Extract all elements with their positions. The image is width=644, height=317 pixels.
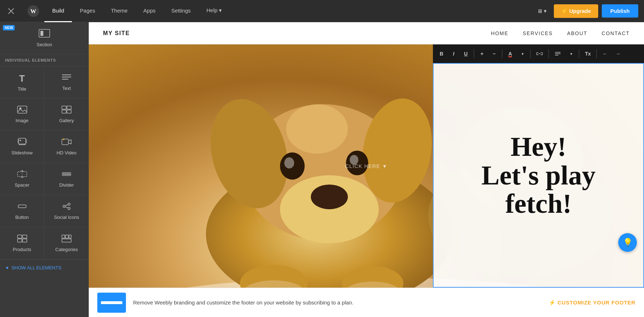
tab-pages[interactable]: Pages	[72, 0, 103, 22]
help-bubble-button[interactable]: 💡	[618, 233, 637, 252]
element-slideshow[interactable]: Slideshow	[0, 131, 44, 163]
element-text[interactable]: Text	[44, 66, 89, 99]
svg-rect-39	[69, 235, 71, 238]
divider-icon	[62, 170, 72, 180]
svg-line-31	[65, 205, 68, 206]
underline-button[interactable]: U	[460, 48, 472, 59]
footer-preview-inner	[101, 301, 122, 304]
element-gallery-label: Gallery	[59, 118, 74, 123]
tab-help[interactable]: Help ▾	[199, 0, 230, 22]
slideshow-icon	[17, 138, 27, 148]
align-button[interactable]	[551, 48, 565, 59]
tab-build[interactable]: Build	[44, 0, 72, 22]
new-badge: NEW	[3, 25, 15, 30]
canvas-area: MY SITE HOME SERVICES ABOUT CONTACT	[89, 22, 644, 317]
show-all-elements-button[interactable]: ▼ SHOW ALL ELEMENTS	[0, 260, 89, 275]
undo-button[interactable]: ←	[599, 48, 611, 59]
title-icon: T	[19, 73, 25, 84]
nav-tabs: Build Pages Theme Apps Settings Help ▾	[44, 0, 533, 22]
svg-text:W: W	[30, 8, 36, 15]
elements-grid: T Title Text	[0, 66, 89, 260]
element-hdvideo[interactable]: HD Video	[44, 131, 89, 163]
svg-point-57	[286, 104, 348, 154]
sidebar: NEW Section INDIVIDUAL ELEMENTS T Title	[0, 22, 89, 317]
top-nav: W Build Pages Theme Apps Settings Help ▾…	[0, 0, 644, 22]
svg-rect-16	[18, 139, 19, 143]
svg-point-28	[63, 205, 65, 207]
element-slideshow-label: Slideshow	[11, 150, 33, 155]
svg-line-32	[65, 207, 68, 208]
button-icon	[17, 202, 27, 212]
svg-rect-38	[65, 235, 68, 238]
element-image[interactable]: Image	[0, 99, 44, 131]
hdvideo-icon	[62, 138, 72, 148]
align-dropdown[interactable]: ▾	[565, 48, 577, 59]
nav-right: 🖥 ▾ ⚡ Upgrade Publish	[533, 4, 638, 18]
bold-button[interactable]: B	[436, 48, 447, 59]
svg-rect-40	[62, 239, 71, 242]
element-categories-label: Categories	[55, 247, 78, 252]
image-icon	[17, 106, 27, 116]
svg-rect-11	[62, 106, 66, 109]
text-formatting-toolbar: B I U + − A ▾	[433, 44, 644, 63]
lightbulb-icon: 💡	[623, 238, 633, 247]
element-social-icons[interactable]: Social Icons	[44, 195, 89, 227]
categories-icon	[62, 235, 72, 245]
customize-footer-button[interactable]: ⚡ CUSTOMIZE YOUR FOOTER	[549, 299, 635, 306]
text-editor-overlay: B I U + − A ▾	[433, 44, 644, 288]
element-text-label: Text	[62, 86, 71, 91]
clear-format-button[interactable]: Tx	[581, 48, 594, 59]
site-preview: MY SITE HOME SERVICES ABOUT CONTACT	[89, 22, 644, 317]
element-gallery[interactable]: Gallery	[44, 99, 89, 131]
link-button[interactable]	[533, 48, 546, 59]
text-content-area[interactable]: Hey! Let's play fetch!	[433, 63, 644, 288]
svg-rect-35	[18, 239, 22, 242]
svg-rect-36	[23, 239, 27, 242]
weebly-logo: W	[22, 0, 44, 22]
separator-5	[579, 49, 579, 58]
hero-line3: fetch!	[505, 188, 572, 218]
chevron-down-icon: ▼	[5, 265, 9, 270]
hero-line2: Let's play	[482, 160, 596, 190]
color-dropdown[interactable]: ▾	[517, 48, 528, 59]
element-title[interactable]: T Title	[0, 66, 44, 99]
svg-point-18	[20, 140, 21, 141]
section-label: Section	[36, 42, 52, 47]
redo-button[interactable]: →	[612, 48, 624, 59]
element-divider[interactable]: Divider	[44, 163, 89, 195]
separator-4	[548, 49, 549, 58]
increase-font-button[interactable]: +	[476, 48, 488, 59]
svg-rect-27	[18, 205, 26, 208]
svg-rect-14	[67, 110, 71, 113]
show-all-label: SHOW ALL ELEMENTS	[11, 265, 62, 270]
section-element[interactable]: NEW Section	[0, 22, 89, 54]
close-button[interactable]	[0, 0, 22, 22]
products-icon	[17, 235, 27, 245]
element-spacer[interactable]: Spacer	[0, 163, 44, 195]
separator-2	[502, 49, 502, 58]
footer-preview-image	[97, 293, 126, 313]
gallery-icon	[62, 106, 72, 116]
site-navigation: HOME SERVICES ABOUT CONTACT	[491, 30, 630, 36]
tab-apps[interactable]: Apps	[136, 0, 164, 22]
decrease-font-button[interactable]: −	[488, 48, 500, 59]
element-button[interactable]: Button	[0, 195, 44, 227]
nav-contact[interactable]: CONTACT	[602, 30, 630, 36]
italic-button[interactable]: I	[448, 48, 459, 59]
publish-button[interactable]: Publish	[602, 4, 638, 18]
element-spacer-label: Spacer	[15, 182, 29, 188]
svg-rect-9	[18, 106, 27, 113]
tab-theme[interactable]: Theme	[103, 0, 136, 22]
nav-services[interactable]: SERVICES	[523, 30, 553, 36]
device-selector[interactable]: 🖥 ▾	[533, 8, 550, 14]
site-logo: MY SITE	[103, 30, 130, 37]
element-products[interactable]: Products	[0, 227, 44, 260]
nav-about[interactable]: ABOUT	[567, 30, 587, 36]
hero-section[interactable]: CLICK HERE ▼ B I U + − A ▾	[89, 44, 644, 288]
upgrade-button[interactable]: ⚡ Upgrade	[554, 4, 598, 18]
tab-settings[interactable]: Settings	[164, 0, 199, 22]
element-categories[interactable]: Categories	[44, 227, 89, 260]
text-color-button[interactable]: A	[504, 48, 516, 59]
nav-home[interactable]: HOME	[491, 30, 508, 36]
svg-point-51	[284, 157, 294, 168]
